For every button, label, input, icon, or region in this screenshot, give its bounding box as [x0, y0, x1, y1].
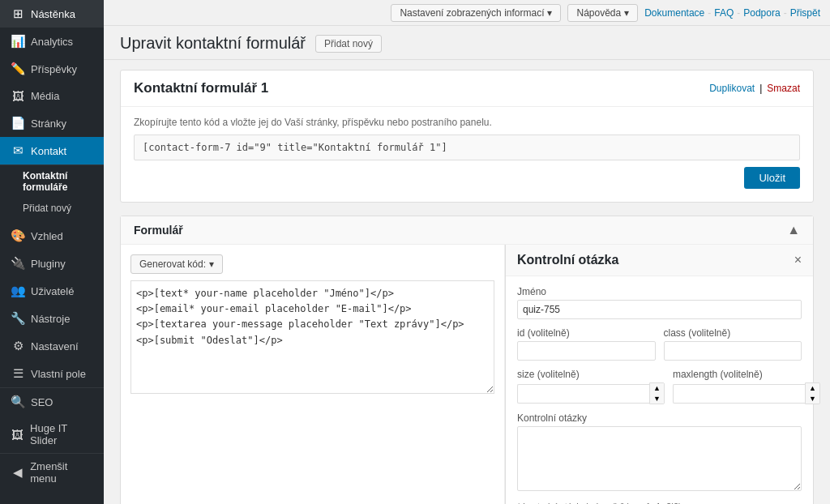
contact-icon: ✉ — [10, 143, 26, 158]
tools-icon: 🔧 — [10, 311, 26, 326]
add-new-button[interactable]: Přidat nový — [315, 35, 382, 53]
sidebar-bottom-items: 🎨 Vzhled 🔌 Pluginy 👥 Uživatelé 🔧 Nástroj… — [0, 222, 104, 491]
sidebar-item-uzivatele[interactable]: 👥 Uživatelé — [0, 277, 104, 305]
sidebar-sub-label: Přidat nový — [23, 203, 71, 214]
sidebar-item-label: Příspěvky — [31, 63, 77, 75]
seo-icon: 🔍 — [10, 395, 26, 409]
sidebar-item-label: Vzhled — [31, 230, 63, 242]
sidebar-item-zmensit-menu[interactable]: ◀ Zmenšit menu — [0, 454, 104, 491]
size-input[interactable] — [517, 384, 649, 404]
sidebar-item-label: SEO — [31, 396, 53, 408]
maxlength-up-button[interactable]: ▲ — [806, 383, 819, 394]
id-input[interactable] — [517, 341, 656, 361]
form-card: Kontaktní formulář 1 Duplikovat | Smazat… — [120, 70, 814, 203]
id-field-group: id (volitelně) — [517, 327, 656, 361]
dokumentace-link[interactable]: Dokumentace — [644, 7, 704, 19]
sidebar-item-label: Pluginy — [31, 258, 66, 270]
delete-link[interactable]: Smazat — [767, 83, 800, 94]
sidebar-item-kontakt[interactable]: ✉ Kontakt — [0, 137, 104, 164]
sidebar-top-items: ⊞ Nástěnka 📊 Analytics ✏️ Příspěvky 🖼 Mé… — [0, 0, 104, 219]
analytics-icon: 📊 — [10, 34, 26, 49]
slider-icon: 🖼 — [10, 428, 25, 442]
dashboard-icon: ⊞ — [10, 6, 26, 21]
form-card-header: Kontaktní formulář 1 Duplikovat | Smazat — [121, 70, 813, 107]
kontrolni-field-group: Kontrolní otázky — [517, 412, 802, 493]
maxlength-input[interactable] — [673, 384, 805, 404]
kontrolni-label: Kontrolní otázky — [517, 412, 802, 424]
generate-code-arrow: ▾ — [209, 258, 214, 270]
duplicate-link[interactable]: Duplikovat — [709, 83, 755, 94]
section-header: Formulář ▲ — [121, 216, 813, 245]
generate-code-button[interactable]: Generovat kód: ▾ — [130, 254, 223, 274]
sidebar-collapse-section: ◀ Zmenšit menu — [0, 453, 104, 491]
sidebar-item-pluginy[interactable]: 🔌 Pluginy — [0, 250, 104, 277]
collapse-icon: ◀ — [10, 465, 25, 480]
users-icon: 👥 — [10, 284, 26, 298]
pages-icon: 📄 — [10, 116, 26, 130]
sidebar-item-label: Zmenšit menu — [30, 460, 94, 485]
sidebar-sub-pridat-novy[interactable]: Přidat nový — [0, 198, 104, 219]
formulare-section: Formulář ▲ Generovat kód: ▾ <p>[text* yo… — [120, 216, 814, 504]
sidebar-item-vzhled[interactable]: 🎨 Vzhled — [0, 222, 104, 250]
size-arrows: ▲ ▼ — [649, 382, 665, 404]
class-label: class (volitelně) — [664, 327, 802, 339]
id-class-row: id (volitelně) class (volitelně) — [517, 327, 802, 369]
maxlength-down-button[interactable]: ▼ — [806, 394, 819, 404]
sidebar-item-analytics[interactable]: 📊 Analytics — [0, 28, 104, 55]
sidebar-item-nastevka[interactable]: ⊞ Nástěnka — [0, 0, 104, 28]
sidebar-seo-section: 🔍 SEO 🖼 Huge IT Slider — [0, 387, 104, 453]
panel-overlay: Kontrolní otázka × Jméno id (volitelně) — [505, 245, 813, 504]
help-button[interactable]: Nápověda ▾ — [567, 4, 638, 22]
sidebar-kontakt-submenu: Kontaktní formuláře Přidat nový — [0, 164, 104, 219]
size-label: size (volitelně) — [517, 369, 665, 380]
panel-close-button[interactable]: × — [794, 253, 802, 267]
jmeno-input[interactable] — [517, 300, 802, 319]
faq-link[interactable]: FAQ — [714, 7, 734, 19]
topbar-links: Dokumentace - FAQ - Podpora - Přispět — [644, 7, 820, 19]
sidebar-sub-kontaktni-formulare[interactable]: Kontaktní formuláře — [0, 165, 104, 198]
maxlength-input-wrapper: ▲ ▼ — [673, 382, 820, 404]
sidebar-item-huge-it-slider[interactable]: 🖼 Huge IT Slider — [0, 416, 104, 453]
section-body: Generovat kód: ▾ <p>[text* your-name pla… — [121, 245, 813, 504]
save-btn-row: Uložit — [134, 160, 800, 192]
sidebar-item-label: Média — [31, 90, 59, 102]
sidebar-item-nastaveni[interactable]: ⚙ Nastavení — [0, 332, 104, 360]
sidebar-sub-label: Kontaktní formuláře — [23, 170, 67, 193]
size-up-button[interactable]: ▲ — [650, 383, 664, 394]
size-input-wrapper: ▲ ▼ — [517, 382, 665, 404]
sidebar-item-label: Uživatelé — [31, 285, 74, 297]
kontrolni-textarea[interactable] — [517, 426, 802, 491]
class-field-group: class (volitelně) — [664, 327, 802, 361]
media-icon: 🖼 — [10, 89, 26, 103]
size-down-button[interactable]: ▼ — [650, 394, 664, 404]
sidebar-item-prispevky[interactable]: ✏️ Příspěvky — [0, 55, 104, 83]
form-code-textarea[interactable]: <p>[text* your-name placeholder "Jméno"]… — [130, 280, 494, 394]
sidebar-item-stranky[interactable]: 📄 Stránky — [0, 109, 104, 137]
active-arrow — [97, 144, 104, 157]
content-area: Kontaktní formulář 1 Duplikovat | Smazat… — [104, 60, 830, 504]
size-maxlength-row: size (volitelně) ▲ ▼ m — [517, 369, 802, 412]
prispet-link[interactable]: Přispět — [790, 7, 820, 19]
sidebar-item-vlastni-pole[interactable]: ☰ Vlastní pole — [0, 360, 104, 387]
id-label: id (volitelně) — [517, 327, 656, 339]
save-button[interactable]: Uložit — [744, 167, 800, 189]
sidebar-item-nastroje[interactable]: 🔧 Nástroje — [0, 305, 104, 332]
class-input[interactable] — [664, 341, 802, 361]
section-toggle-icon[interactable]: ▲ — [787, 223, 800, 237]
help-label: Nápověda — [576, 7, 621, 19]
sidebar-item-label: Analytics — [31, 36, 73, 48]
appearance-icon: 🎨 — [10, 229, 26, 243]
sidebar-item-label: Vlastní pole — [31, 368, 86, 380]
generate-code-label: Generovat kód: — [139, 258, 206, 270]
sidebar-item-media[interactable]: 🖼 Média — [0, 83, 104, 109]
sidebar: ⊞ Nástěnka 📊 Analytics ✏️ Příspěvky 🖼 Mé… — [0, 0, 104, 504]
panel-body: Jméno id (volitelně) class (volitelně) — [506, 276, 813, 504]
posts-icon: ✏️ — [10, 62, 26, 76]
podpora-link[interactable]: Podpora — [743, 7, 780, 19]
settings-display-button[interactable]: Nastavení zobrazených informací ▾ — [391, 4, 561, 22]
form-description: Zkopírujte tento kód a vložte jej do Vaš… — [134, 117, 800, 128]
plugins-icon: 🔌 — [10, 256, 26, 271]
jmeno-label: Jméno — [517, 286, 802, 297]
sidebar-item-seo[interactable]: 🔍 SEO — [0, 388, 104, 416]
section-title: Formulář — [134, 224, 183, 237]
